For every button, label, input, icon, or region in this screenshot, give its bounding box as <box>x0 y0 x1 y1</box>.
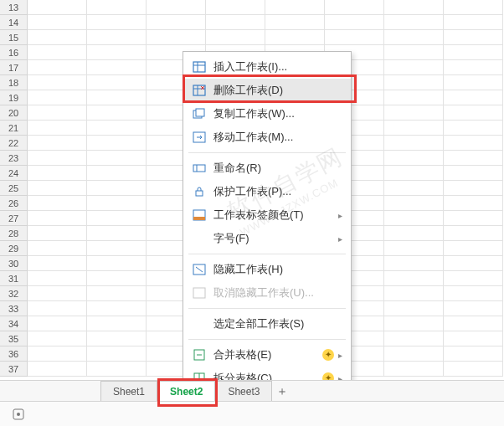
cell[interactable] <box>28 136 87 151</box>
row-header[interactable]: 28 <box>0 226 28 241</box>
menu-protect-sheet[interactable]: 保护工作表(P)... <box>183 180 351 203</box>
cell[interactable] <box>384 121 444 136</box>
cell[interactable] <box>265 15 325 30</box>
cell[interactable] <box>384 105 444 121</box>
cell[interactable] <box>325 15 384 30</box>
cell[interactable] <box>87 346 147 362</box>
cell[interactable] <box>384 15 444 30</box>
menu-move-sheet[interactable]: 移动工作表(M)... <box>183 126 351 149</box>
cell[interactable] <box>384 75 444 90</box>
cell[interactable] <box>87 121 147 136</box>
cell[interactable] <box>444 90 503 105</box>
cell[interactable] <box>444 0 503 15</box>
cell[interactable] <box>28 196 87 211</box>
row-header[interactable]: 27 <box>0 211 28 226</box>
cell[interactable] <box>384 136 444 151</box>
row-header[interactable]: 35 <box>0 331 28 346</box>
cell[interactable] <box>147 15 206 30</box>
cell[interactable] <box>87 196 147 211</box>
cell[interactable] <box>87 60 147 75</box>
cell[interactable] <box>444 15 503 30</box>
cell[interactable] <box>87 271 147 286</box>
cell[interactable] <box>206 30 265 45</box>
cell[interactable] <box>444 286 503 301</box>
cell[interactable] <box>147 0 206 15</box>
cell[interactable] <box>265 30 325 45</box>
cell[interactable] <box>384 90 444 105</box>
cell[interactable] <box>444 362 503 377</box>
cell[interactable] <box>384 271 444 286</box>
cell[interactable] <box>28 151 87 166</box>
cell[interactable] <box>444 271 503 286</box>
row-header[interactable]: 30 <box>0 256 28 271</box>
cell[interactable] <box>384 166 444 181</box>
cell[interactable] <box>147 30 206 45</box>
cell[interactable] <box>384 286 444 301</box>
cell[interactable] <box>28 301 87 316</box>
cell[interactable] <box>444 181 503 196</box>
cell[interactable] <box>384 151 444 166</box>
row-header[interactable]: 23 <box>0 151 28 166</box>
cell[interactable] <box>28 15 87 30</box>
cell[interactable] <box>444 30 503 45</box>
menu-select-all-sheets[interactable]: 选定全部工作表(S) <box>183 312 351 336</box>
cell[interactable] <box>444 136 503 151</box>
row-header[interactable]: 19 <box>0 90 28 105</box>
cell[interactable] <box>87 331 147 346</box>
row-header[interactable]: 31 <box>0 271 28 286</box>
cell[interactable] <box>28 121 87 136</box>
menu-merge-tables[interactable]: 合并表格(E) ✦ ▸ <box>183 343 351 367</box>
cell[interactable] <box>384 316 444 331</box>
cell[interactable] <box>384 256 444 271</box>
tab-sheet3[interactable]: Sheet3 <box>215 381 272 401</box>
tab-sheet2[interactable]: Sheet2 <box>157 381 215 401</box>
cell[interactable] <box>87 75 147 90</box>
menu-delete-sheet[interactable]: 删除工作表(D) <box>183 79 351 102</box>
cell[interactable] <box>28 286 87 301</box>
menu-hide-sheet[interactable]: 隐藏工作表(H) <box>183 258 351 281</box>
menu-insert-sheet[interactable]: 插入工作表(I)... <box>183 55 351 79</box>
record-macro-icon[interactable] <box>12 408 25 421</box>
cell[interactable] <box>325 0 384 15</box>
row-header[interactable]: 36 <box>0 346 28 362</box>
row-header[interactable]: 21 <box>0 121 28 136</box>
cell[interactable] <box>87 166 147 181</box>
row-header[interactable]: 17 <box>0 60 28 75</box>
cell[interactable] <box>384 362 444 377</box>
cell[interactable] <box>444 256 503 271</box>
cell[interactable] <box>384 301 444 316</box>
cell[interactable] <box>87 136 147 151</box>
menu-rename[interactable]: 重命名(R) <box>183 157 351 180</box>
row-header[interactable]: 20 <box>0 105 28 121</box>
cell[interactable] <box>444 45 503 60</box>
cell[interactable] <box>87 15 147 30</box>
cell[interactable] <box>28 271 87 286</box>
cell[interactable] <box>28 181 87 196</box>
cell[interactable] <box>444 331 503 346</box>
cell[interactable] <box>384 30 444 45</box>
cell[interactable] <box>444 211 503 226</box>
cell[interactable] <box>87 241 147 256</box>
cell[interactable] <box>384 346 444 362</box>
cell[interactable] <box>444 226 503 241</box>
cell[interactable] <box>444 301 503 316</box>
row-header[interactable]: 22 <box>0 136 28 151</box>
cell[interactable] <box>325 30 384 45</box>
cell[interactable] <box>384 60 444 75</box>
row-header[interactable]: 13 <box>0 0 28 15</box>
cell[interactable] <box>87 151 147 166</box>
cell[interactable] <box>28 166 87 181</box>
cell[interactable] <box>28 60 87 75</box>
menu-tab-color[interactable]: 工作表标签颜色(T) ▸ <box>183 203 351 227</box>
cell[interactable] <box>28 362 87 377</box>
cell[interactable] <box>28 30 87 45</box>
row-header[interactable]: 26 <box>0 196 28 211</box>
cell[interactable] <box>28 90 87 105</box>
cell[interactable] <box>28 256 87 271</box>
row-header[interactable]: 29 <box>0 241 28 256</box>
cell[interactable] <box>265 0 325 15</box>
menu-copy-sheet[interactable]: 复制工作表(W)... <box>183 102 351 126</box>
cell[interactable] <box>206 15 265 30</box>
cell[interactable] <box>87 256 147 271</box>
cell[interactable] <box>444 196 503 211</box>
